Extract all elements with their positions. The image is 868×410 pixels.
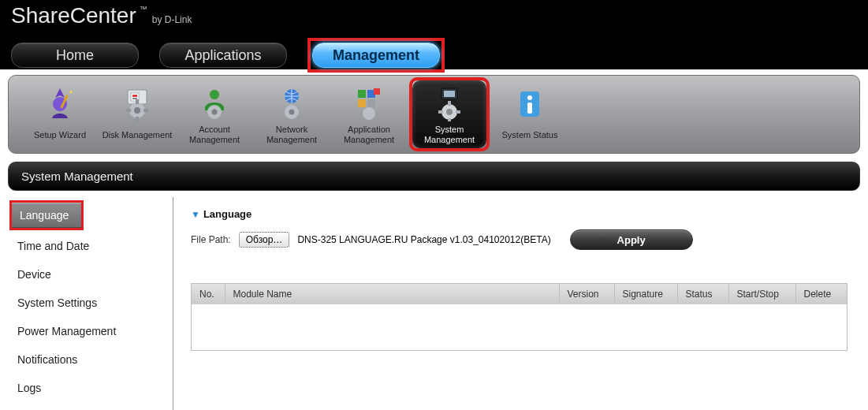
tool-system-management[interactable]: System Management — [412, 80, 486, 148]
nav-management-highlight: Management — [307, 38, 445, 73]
toolbar-wrap: Setup Wizard Disk Management Account Man… — [0, 69, 868, 162]
svg-rect-13 — [143, 109, 148, 112]
panel-heading[interactable]: ▼ Language — [191, 208, 848, 220]
table-empty-row — [192, 304, 847, 350]
tool-label: System Status — [502, 125, 558, 145]
module-table: No. Module Name Version Signature Status… — [192, 284, 847, 350]
svg-rect-23 — [367, 99, 375, 107]
svg-point-14 — [210, 90, 219, 99]
svg-rect-22 — [358, 99, 366, 107]
svg-rect-11 — [136, 117, 139, 121]
sidebar: Language Time and Date Device System Set… — [8, 197, 173, 410]
svg-rect-12 — [126, 109, 131, 112]
svg-marker-0 — [55, 88, 65, 98]
sidebar-item-logs[interactable]: Logs — [8, 374, 173, 402]
file-path-label: File Path: — [191, 234, 231, 245]
info-icon — [512, 87, 547, 121]
sidebar-item-firmware-upgrade[interactable]: Firmware Upgrade — [8, 402, 173, 410]
sidebar-item-power-management[interactable]: Power Management — [8, 317, 173, 345]
tool-label: System Management — [412, 125, 486, 145]
sidebar-item-time-date[interactable]: Time and Date — [8, 232, 173, 260]
apps-gear-icon — [352, 87, 386, 121]
sidebar-item-system-settings[interactable]: System Settings — [8, 289, 173, 317]
disk-gear-icon — [120, 87, 155, 121]
panel-heading-text: Language — [203, 208, 251, 220]
tool-system-status[interactable]: System Status — [493, 80, 567, 148]
network-gear-icon — [274, 87, 309, 121]
sidebar-item-language[interactable]: Language — [12, 203, 81, 228]
col-module-name[interactable]: Module Name — [225, 284, 559, 304]
svg-point-36 — [527, 95, 532, 100]
svg-point-25 — [363, 107, 375, 120]
tool-label: Application Management — [332, 125, 406, 145]
svg-rect-31 — [448, 101, 451, 106]
file-path-row: File Path: Обзор… DNS-325 LANGUAGE.RU Pa… — [191, 229, 848, 250]
account-gear-icon — [197, 87, 232, 121]
tool-application-management[interactable]: Application Management — [332, 80, 406, 148]
nav-management[interactable]: Management — [312, 43, 440, 68]
col-delete[interactable]: Delete — [795, 284, 847, 304]
svg-rect-33 — [438, 110, 443, 114]
top-bar: ShareCenter ™ by D-Link Home Application… — [0, 0, 868, 69]
apply-button[interactable]: Apply — [570, 229, 693, 250]
svg-point-19 — [289, 110, 295, 115]
tool-label: Network Management — [255, 125, 329, 145]
brand-byline: by D-Link — [152, 14, 192, 25]
col-startstop[interactable]: Start/Stop — [728, 284, 795, 304]
svg-rect-32 — [448, 118, 451, 121]
tool-label: Setup Wizard — [34, 125, 86, 145]
svg-rect-6 — [132, 95, 137, 97]
svg-rect-37 — [527, 102, 532, 114]
col-version[interactable]: Version — [559, 284, 614, 304]
svg-marker-3 — [69, 90, 73, 93]
col-status[interactable]: Status — [677, 284, 728, 304]
tool-setup-wizard[interactable]: Setup Wizard — [23, 80, 97, 148]
sidebar-item-device[interactable]: Device — [8, 260, 173, 289]
tool-label: Disk Management — [102, 125, 173, 145]
toolbar: Setup Wizard Disk Management Account Man… — [8, 75, 860, 154]
svg-point-9 — [134, 107, 140, 114]
main-nav: Home Applications Management — [11, 38, 857, 73]
tool-label: Account Management — [177, 125, 251, 145]
svg-rect-20 — [358, 90, 366, 98]
section-title: System Management — [8, 162, 860, 191]
tool-network-management[interactable]: Network Management — [255, 80, 329, 148]
svg-rect-34 — [456, 110, 460, 114]
svg-rect-24 — [374, 88, 380, 95]
module-table-wrap: No. Module Name Version Signature Status… — [191, 283, 848, 351]
system-gear-icon — [432, 87, 467, 121]
browse-button[interactable]: Обзор… — [239, 232, 290, 248]
svg-rect-10 — [136, 99, 139, 104]
svg-rect-7 — [132, 98, 137, 99]
content-area: ▼ Language File Path: Обзор… DNS-325 LAN… — [173, 197, 860, 410]
wizard-icon — [43, 87, 77, 121]
sidebar-item-notifications[interactable]: Notifications — [8, 345, 173, 374]
col-no[interactable]: No. — [192, 284, 225, 304]
nav-applications[interactable]: Applications — [159, 43, 287, 68]
brand-tm: ™ — [140, 5, 147, 13]
svg-point-16 — [212, 110, 218, 115]
collapse-triangle-icon: ▼ — [191, 209, 200, 220]
brand: ShareCenter ™ by D-Link — [11, 0, 857, 28]
svg-rect-27 — [444, 91, 455, 97]
sidebar-language-highlight: Language — [9, 200, 84, 230]
svg-point-30 — [446, 109, 453, 115]
col-signature[interactable]: Signature — [614, 284, 677, 304]
brand-title: ShareCenter — [11, 3, 136, 28]
nav-home[interactable]: Home — [11, 43, 139, 68]
file-path-value: DNS-325 LANGUAGE.RU Package v1.03_041020… — [297, 234, 550, 245]
section-wrap: System Management Language Time and Date… — [0, 162, 868, 410]
tool-account-management[interactable]: Account Management — [177, 80, 251, 148]
tool-system-management-highlight: System Management — [409, 77, 490, 151]
tool-disk-management[interactable]: Disk Management — [100, 80, 174, 148]
